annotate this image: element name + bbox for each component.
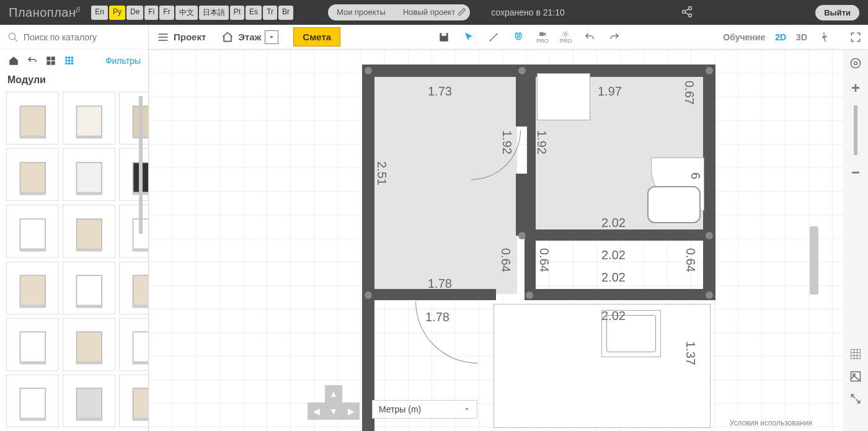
catalog-thumb[interactable] (6, 262, 59, 314)
catalog-thumb[interactable] (119, 205, 148, 257)
svg-rect-19 (65, 63, 67, 64)
floor-menu[interactable]: Этаж (238, 32, 261, 42)
terms-link[interactable]: Условия использования (730, 419, 812, 427)
zoom-out-icon[interactable]: − (848, 165, 863, 180)
view-2d-tab[interactable]: 2D (775, 32, 786, 42)
lang-Ру[interactable]: Ру (109, 6, 125, 20)
search-input[interactable] (24, 32, 141, 42)
magnet-icon[interactable] (512, 30, 525, 44)
grid-small-icon[interactable] (63, 55, 76, 67)
back-icon[interactable] (26, 55, 38, 67)
grid-toggle-icon[interactable] (848, 347, 863, 362)
svg-rect-16 (65, 60, 67, 61)
catalog-thumb[interactable] (63, 375, 115, 427)
dim: 0.67 (682, 81, 696, 105)
view-3d-tab[interactable]: 3D (796, 32, 807, 42)
lang-Fi[interactable]: Fi (144, 6, 158, 20)
catalog-thumb[interactable] (6, 205, 59, 257)
breadcrumb: Мои проекты Новый проект (328, 4, 470, 20)
floor-dropdown[interactable] (265, 30, 278, 44)
pan-down-button[interactable]: ▼ (325, 402, 342, 420)
pan-left-button[interactable]: ◀ (308, 402, 325, 420)
camera-pro-icon[interactable]: PRO (536, 30, 549, 44)
dim: 2.02 (601, 248, 626, 262)
canvas-scrollbar[interactable] (810, 226, 818, 295)
undo-icon[interactable] (583, 30, 596, 44)
catalog-thumb[interactable] (119, 375, 148, 427)
dim: 2.02 (601, 270, 626, 285)
svg-rect-57 (76, 362, 102, 365)
catalog-thumb[interactable] (63, 148, 115, 201)
grid-large-icon[interactable] (45, 55, 57, 67)
dim: 1.92 (534, 130, 549, 154)
fullscreen-button[interactable] (843, 25, 868, 50)
project-menu[interactable]: Проект (174, 32, 206, 42)
zoom-slider[interactable] (854, 105, 857, 155)
light-pro-icon[interactable]: PRO (560, 30, 572, 44)
dim: 0.64 (537, 248, 551, 272)
svg-rect-20 (68, 63, 70, 64)
lang-中文[interactable]: 中文 (175, 6, 198, 20)
home-icon[interactable] (7, 55, 20, 67)
lang-Br[interactable]: Br (278, 6, 293, 20)
dim: 1.73 (428, 84, 452, 99)
catalog-thumb[interactable] (6, 318, 59, 371)
catalog-thumb[interactable] (119, 92, 148, 144)
svg-point-7 (823, 32, 825, 34)
svg-point-1 (682, 10, 685, 13)
svg-rect-23 (20, 135, 45, 138)
catalog-thumb[interactable] (6, 92, 59, 144)
svg-point-2 (688, 14, 691, 17)
expand-icon[interactable] (848, 391, 863, 406)
catalog-thumb[interactable] (63, 92, 115, 144)
catalog-thumb[interactable] (63, 318, 115, 371)
units-select[interactable]: Метры (m) (372, 400, 477, 419)
walk-icon[interactable] (817, 30, 831, 44)
zoom-in-icon[interactable]: + (848, 81, 863, 96)
lang-Es[interactable]: Es (246, 6, 262, 20)
lang-Pt[interactable]: Pt (230, 6, 244, 20)
learning-link[interactable]: Обучение (723, 32, 765, 42)
wall-tool-icon[interactable] (487, 30, 500, 44)
svg-rect-33 (76, 192, 102, 195)
save-icon[interactable] (437, 30, 451, 44)
svg-rect-25 (76, 135, 102, 138)
svg-rect-4 (441, 33, 446, 36)
app-logo: Планопланβ (0, 6, 89, 20)
dim: 1.78 (428, 277, 452, 291)
catalog-thumb[interactable] (119, 262, 148, 314)
pan-up-button[interactable]: ▲ (325, 385, 342, 402)
catalog-thumb[interactable] (6, 375, 59, 427)
estimate-button[interactable]: Смета (293, 27, 340, 47)
catalog-thumb[interactable] (63, 262, 115, 314)
floorplan-canvas[interactable]: 1.73 1.97 0.67 1.92 1.92 2.51 6 2.02 2.0… (149, 50, 843, 431)
top-bar: Планопланβ EnРуDeFiFr中文日本語PtEsTrBr Мои п… (0, 0, 868, 25)
sidebar-scrollbar[interactable] (139, 96, 143, 234)
breadcrumb-my-projects[interactable]: Мои проекты (328, 4, 394, 20)
dim: 6 (688, 172, 702, 179)
lang-日本語[interactable]: 日本語 (199, 6, 229, 20)
catalog-thumb[interactable] (119, 148, 148, 201)
snapshot-icon[interactable] (848, 369, 863, 384)
lang-Fr[interactable]: Fr (159, 6, 174, 20)
filters-link[interactable]: Фильтры (105, 56, 141, 66)
lang-Tr[interactable]: Tr (263, 6, 277, 20)
redo-icon[interactable] (608, 30, 621, 44)
catalog-thumb[interactable] (119, 318, 148, 371)
pan-right-button[interactable]: ▶ (342, 402, 360, 420)
lang-De[interactable]: De (126, 6, 143, 20)
catalog-thumb[interactable] (63, 205, 115, 257)
dim: 2.02 (601, 216, 626, 230)
svg-point-70 (854, 62, 857, 65)
share-button[interactable] (681, 6, 693, 20)
logout-button[interactable]: Выйти (815, 5, 859, 20)
settings-icon[interactable] (848, 56, 863, 71)
breadcrumb-current-project[interactable]: Новый проект (394, 4, 470, 20)
svg-rect-17 (68, 60, 70, 61)
house-icon[interactable] (221, 30, 234, 44)
lang-En[interactable]: En (91, 6, 108, 20)
catalog-title: Модули (0, 72, 148, 88)
catalog-thumb[interactable] (6, 148, 59, 201)
pointer-icon[interactable] (462, 30, 476, 44)
hamburger-icon[interactable] (156, 30, 170, 44)
